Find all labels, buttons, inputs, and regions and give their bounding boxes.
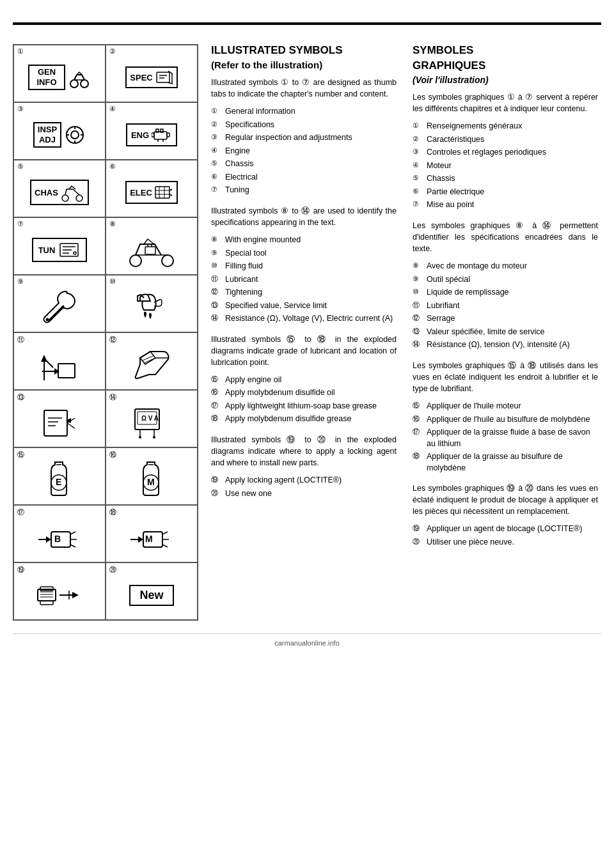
symbol-cell-3: ③ INSPADJ [13,102,106,160]
svg-rect-49 [44,410,67,436]
symbol-num-10: ⑩ [109,277,116,286]
tun-box: TUN [32,238,88,262]
cell-inner-18: M [110,508,193,559]
list-num-m1-3: ③ [211,132,225,142]
list-num-m4-1: ⑲ [211,475,225,484]
svg-text:M: M [147,477,155,487]
middle-list-1: ① General information ② Specifications ③… [211,106,397,196]
middle-intro-4: Illustrated symbols ⑲ to ⑳ in the explod… [211,434,397,469]
list-item-m2-5: ⑫ Tightening [211,287,397,298]
list-item-m2-1: ⑧ With engine mounted [211,235,397,246]
list-item-r4-1: ⑲ Appliquer un agent de blocage (LOCTITE… [413,523,598,535]
middle-list-2: ⑧ With engine mounted ⑨ Special tool ⑩ F… [211,235,397,325]
moly-grease-icon: M [128,520,176,555]
gen-info-box: GENINFO [28,65,65,89]
list-item-r2-4: ⑪ Lubrifiant [413,300,598,312]
list-item-m3-2: ⑯ Apply molybdenum disulfide oil [211,387,397,399]
symbol-num-11: ⑪ [17,335,24,345]
middle-list-4: ⑲ Apply locking agent (LOCTITE®) ⑳ Use n… [211,475,397,499]
list-item-m1-2: ② Specifications [211,120,397,131]
list-num-m2-3: ⑩ [211,261,225,270]
svg-point-1 [81,80,88,88]
middle-intro-2: Illustrated symbols ⑧ to ⑭ are used to i… [211,205,397,228]
filling-fluid-icon [131,288,173,327]
svg-rect-13 [161,129,163,132]
list-num-r3-4: ⑱ [413,451,427,461]
symbol-num-9: ⑨ [17,277,24,286]
middle-content: ILLUSTRATED SYMBOLS (Refer to the illust… [205,44,403,621]
svg-line-79 [162,545,168,547]
symbol-num-20: ⑳ [109,565,116,575]
right-list-1: ① Renseignements généraux ② Caractéristi… [413,121,598,211]
list-item-m1-1: ① General information [211,106,397,118]
list-num-r1-1: ① [413,121,427,130]
elec-box: ELEC [125,181,178,204]
cell-inner-1: GENINFO [18,48,101,99]
cell-inner-12 [110,336,193,387]
new-box: New [129,585,173,606]
list-item-r3-1: ⑮ Appliquer de l'huile moteur [413,401,598,412]
symbol-cell-9: ⑨ [13,275,106,332]
symbol-num-6: ⑥ [109,162,116,171]
svg-rect-39 [58,364,75,378]
tun-label: TUN [38,245,56,255]
symbol-cell-4: ④ ENG [106,102,198,160]
symbol-cell-7: ⑦ TUN [13,217,106,275]
symbol-num-12: ⑫ [109,335,116,345]
list-item-m3-3: ⑰ Apply lightweight lithium-soap base gr… [211,401,397,412]
symbol-num-14: ⑭ [109,392,116,402]
list-num-m2-1: ⑧ [211,235,225,244]
list-item-m4-2: ⑳ Use new one [211,488,397,500]
list-item-m2-3: ⑩ Filling fluid [211,261,397,272]
symbols-grid-container: ① GENINFO [13,44,198,621]
symbol-num-18: ⑱ [109,508,116,517]
right-title-3: (Voir l'illustration) [413,75,598,85]
svg-text:B: B [54,534,61,544]
list-item-m1-5: ⑤ Chassis [211,159,397,170]
svg-rect-15 [152,133,154,137]
list-num-r2-5: ⑫ [413,313,427,323]
svg-marker-75 [138,536,143,543]
list-num-r3-2: ⑯ [413,414,427,424]
svg-point-33 [162,255,173,267]
cell-inner-4: ENG [110,105,193,157]
cell-inner-13 [18,393,101,444]
list-num-r4-2: ⑳ [413,537,427,546]
chas-label: CHAS [35,188,58,198]
list-item-r1-7: ⑦ Mise au point [413,199,598,211]
svg-line-38 [49,306,63,320]
symbol-num-3: ③ [17,105,24,113]
list-item-r1-1: ① Renseignements généraux [413,121,598,132]
list-num-m4-2: ⑳ [211,488,225,498]
svg-text:E: E [56,477,61,487]
list-num-r2-4: ⑪ [413,300,427,310]
spec-label: SPEC [130,73,152,82]
symbol-cell-13: ⑬ [13,390,106,447]
list-item-r2-1: ⑧ Avec de montage du moteur [413,261,598,272]
loctite-icon [34,579,85,611]
svg-point-0 [70,80,78,88]
list-num-m3-3: ⑰ [211,401,225,410]
right-content: SYMBOLES GRAPHIQUES (Voir l'illustration… [409,44,601,621]
symbol-cell-1: ① GENINFO [13,45,106,102]
chas-box: CHAS [30,180,89,205]
cell-inner-7: TUN [18,221,101,272]
right-list-2: ⑧ Avec de montage du moteur ⑨ Outil spéc… [413,261,598,351]
list-item-m1-7: ⑦ Tuning [211,185,397,196]
page: ① GENINFO [0,22,614,649]
list-item-m4-1: ⑲ Apply locking agent (LOCTITE®) [211,475,397,486]
list-item-r3-3: ⑰ Appliquer de la graisse fluide à base … [413,427,598,449]
middle-intro-3: Illustrated symbols ⑮ to ⑱ in the explod… [211,334,397,368]
eng-box: ENG [126,123,177,146]
symbol-cell-5: ⑤ CHAS [13,160,106,217]
list-item-r1-2: ② Caractéristiques [413,134,598,146]
symbol-num-2: ② [109,47,116,56]
svg-marker-88 [72,592,79,598]
svg-point-19 [76,195,83,201]
symbol-cell-12: ⑫ [106,332,198,390]
list-item-r3-4: ⑱ Appliquer de la graisse au bisulfure d… [413,451,598,474]
svg-rect-12 [156,129,159,132]
list-item-r1-5: ⑤ Chassis [413,173,598,185]
svg-point-31 [74,252,76,254]
cell-inner-5: CHAS [18,163,101,214]
